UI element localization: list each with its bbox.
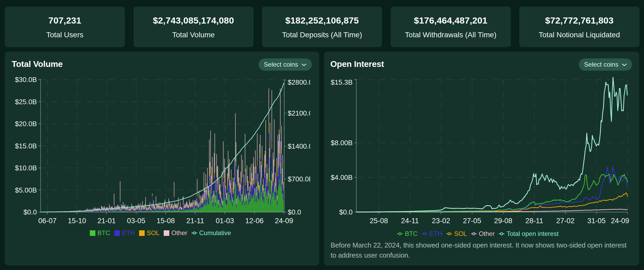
svg-text:15-08: 15-08 [157, 217, 175, 225]
svg-text:06-07: 06-07 [38, 217, 56, 225]
svg-text:27-02: 27-02 [556, 217, 575, 225]
svg-text:01-03: 01-03 [216, 217, 234, 225]
svg-text:$20.0B: $20.0B [15, 120, 37, 128]
svg-text:23-02: 23-02 [432, 217, 450, 225]
svg-text:24-11: 24-11 [401, 217, 419, 225]
svg-text:$0.0: $0.0 [288, 208, 301, 216]
svg-text:$1400.0B: $1400.0B [288, 142, 317, 150]
svg-text:21-11: 21-11 [186, 217, 204, 225]
svg-text:25-08: 25-08 [370, 217, 388, 225]
svg-text:$700.0B: $700.0B [288, 175, 313, 183]
svg-text:$25.0B: $25.0B [15, 98, 37, 106]
svg-text:$10.0B: $10.0B [15, 164, 37, 172]
svg-text:$8.00B: $8.00B [331, 139, 353, 147]
svg-text:29-08: 29-08 [494, 217, 512, 225]
svg-text:$4.00B: $4.00B [331, 173, 353, 181]
svg-text:$0.0: $0.0 [339, 208, 353, 216]
svg-text:24-09: 24-09 [275, 217, 293, 225]
svg-text:$15.0B: $15.0B [15, 142, 37, 150]
svg-text:27-05: 27-05 [463, 217, 481, 225]
svg-text:$15.3B: $15.3B [331, 78, 353, 86]
svg-text:28-11: 28-11 [525, 217, 543, 225]
svg-text:$30.0B: $30.0B [15, 76, 37, 84]
svg-text:03-05: 03-05 [127, 217, 145, 225]
svg-text:15-10: 15-10 [68, 217, 86, 225]
svg-text:21-01: 21-01 [97, 217, 116, 225]
svg-text:12-06: 12-06 [245, 217, 264, 225]
svg-text:$2100.0B: $2100.0B [288, 109, 317, 117]
svg-text:$0.0: $0.0 [23, 208, 37, 216]
svg-text:$5.00B: $5.00B [15, 186, 37, 194]
svg-text:$2800.0B: $2800.0B [288, 78, 317, 86]
svg-text:24-09: 24-09 [611, 217, 629, 225]
svg-text:31-05: 31-05 [587, 217, 606, 225]
